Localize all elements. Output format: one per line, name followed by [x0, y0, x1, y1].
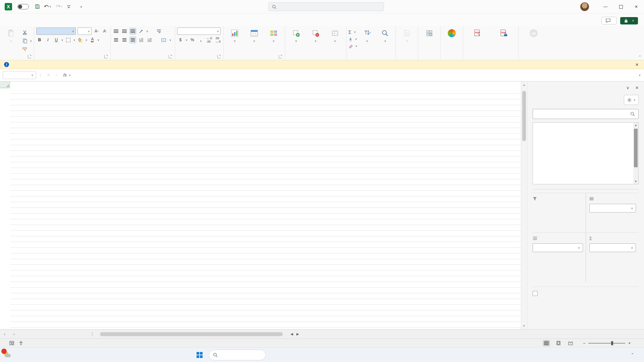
create-pdf-share-link-button[interactable]: PDF [465, 27, 490, 39]
sort-filter-button[interactable]: AZ ∨ [359, 27, 375, 43]
scroll-down-icon[interactable]: ▼ [521, 323, 527, 328]
decrease-decimal-icon[interactable]: .00→.0 [214, 37, 221, 43]
collapse-ribbon-icon[interactable]: ⌃ [639, 55, 641, 59]
borders-icon[interactable] [65, 37, 72, 43]
orientation-icon[interactable] [138, 28, 145, 35]
user-avatar[interactable] [580, 2, 589, 11]
rows-field-chip[interactable]: ∨ [533, 243, 583, 252]
grow-font-icon[interactable]: A^ [93, 28, 100, 35]
share-button[interactable]: ∨ [620, 17, 638, 24]
align-top-icon[interactable] [113, 28, 119, 35]
shrink-font-icon[interactable]: Aˇ [102, 28, 108, 35]
scroll-left-icon[interactable]: ◀ [290, 332, 293, 336]
italic-button[interactable]: I [45, 37, 51, 43]
redo-icon[interactable]: ∨ [54, 3, 64, 10]
delete-cells-button[interactable]: ∨ [307, 27, 325, 43]
align-center-icon[interactable] [121, 37, 128, 43]
format-painter-icon[interactable] [21, 46, 28, 53]
fields-search-input[interactable] [533, 109, 639, 119]
taskbar-search-input[interactable] [209, 350, 266, 360]
prev-sheet-icon[interactable]: ‹ [0, 329, 9, 339]
values-field-chip[interactable]: ∨ [589, 243, 636, 252]
scroll-down-icon[interactable]: ▼ [633, 179, 638, 184]
weather-widget[interactable] [3, 351, 14, 359]
font-size-combo[interactable]: ∨ [77, 27, 92, 35]
scroll-up-icon[interactable]: ▲ [633, 123, 638, 128]
page-layout-view-icon[interactable] [555, 340, 562, 346]
percent-style-icon[interactable]: % [189, 37, 196, 43]
comma-style-icon[interactable]: , [198, 37, 204, 43]
align-right-icon[interactable] [129, 37, 136, 43]
align-left-icon[interactable] [113, 37, 119, 43]
values-area[interactable]: Σ ∨ [586, 232, 639, 282]
insert-cells-button[interactable]: ∨ [287, 27, 305, 43]
format-as-table-button[interactable]: ∨ [245, 27, 263, 43]
sensitivity-button[interactable]: ∨ [398, 27, 416, 43]
comments-button[interactable] [601, 17, 617, 24]
conditional-formatting-button[interactable]: ∨ [226, 27, 244, 43]
horizontal-scrollbar[interactable] [99, 331, 286, 337]
find-select-button[interactable]: ∨ [377, 27, 393, 43]
bold-button[interactable]: B [36, 37, 43, 43]
accessibility-status[interactable] [19, 341, 25, 345]
macro-record-icon[interactable] [9, 341, 14, 345]
merge-center-button[interactable]: ∨ [160, 36, 173, 44]
zoom-slider[interactable] [588, 343, 625, 344]
alignment-launcher-icon[interactable] [169, 55, 172, 58]
new-sheet-button[interactable] [19, 329, 30, 339]
decrease-indent-icon[interactable] [138, 37, 145, 43]
undo-icon[interactable]: ∨ [43, 3, 53, 10]
align-middle-icon[interactable] [121, 28, 128, 35]
minimize-button[interactable]: — [598, 0, 613, 13]
save-icon[interactable] [34, 3, 41, 10]
number-launcher-icon[interactable] [217, 55, 221, 58]
filters-area[interactable] [533, 193, 586, 232]
spreadsheet-grid[interactable] [0, 81, 521, 329]
grid-canvas[interactable] [10, 88, 521, 327]
namebox-menu-icon[interactable]: ⋮ [38, 73, 43, 78]
vertical-scroll-thumb[interactable] [522, 91, 526, 141]
clipboard-launcher-icon[interactable] [28, 55, 31, 58]
font-color-icon[interactable]: A [89, 37, 96, 43]
fill-color-icon[interactable] [77, 37, 84, 43]
insert-function-icon[interactable]: fx [61, 73, 69, 77]
start-button[interactable] [194, 349, 205, 361]
zoom-out-icon[interactable]: − [583, 341, 585, 346]
tab-menu-icon[interactable]: ⋮ [87, 329, 97, 339]
zoom-in-icon[interactable]: + [628, 341, 631, 346]
number-format-combo[interactable]: ∨ [177, 27, 221, 35]
increase-indent-icon[interactable] [146, 37, 153, 43]
copy-icon[interactable] [21, 38, 28, 44]
defer-layout-checkbox[interactable] [533, 291, 538, 296]
field-list-scroll-thumb[interactable] [634, 129, 638, 167]
next-sheet-icon[interactable]: › [9, 329, 19, 339]
columns-area[interactable]: ∨ [586, 193, 639, 232]
align-bottom-icon[interactable] [129, 28, 136, 35]
clear-button[interactable]: ∨ [348, 43, 358, 49]
styles-launcher-icon[interactable] [279, 55, 282, 58]
panel-close-icon[interactable]: ✕ [635, 85, 639, 90]
columns-field-chip[interactable]: ∨ [589, 204, 636, 213]
underline-button[interactable]: U [53, 37, 60, 43]
zoom-slider-thumb[interactable] [611, 341, 613, 345]
excel-logo-icon[interactable]: X [5, 3, 12, 10]
formula-input[interactable] [72, 71, 639, 79]
horizontal-scroll-thumb[interactable] [100, 332, 283, 336]
expand-formula-bar-icon[interactable]: ∨ [639, 74, 641, 77]
page-break-view-icon[interactable] [567, 340, 574, 346]
vertical-scrollbar[interactable]: ▲ ▼ [521, 81, 527, 329]
font-name-combo[interactable]: ∨ [36, 27, 76, 35]
select-all-corner[interactable] [0, 81, 10, 88]
cell-styles-button[interactable]: ∨ [265, 27, 283, 43]
font-launcher-icon[interactable] [104, 55, 108, 58]
maximize-button[interactable] [613, 0, 629, 13]
search-input[interactable] [268, 2, 384, 11]
scroll-right-icon[interactable]: ▶ [297, 332, 299, 336]
field-list[interactable]: ▲ ▼ [533, 122, 639, 184]
increase-decimal-icon[interactable]: ←.0.00 [206, 37, 213, 43]
format-cells-button[interactable]: ∨ [326, 27, 344, 43]
warning-close-icon[interactable]: ✕ [630, 62, 644, 67]
name-box[interactable]: ∨ [3, 71, 36, 79]
customize-qat-icon[interactable] [65, 4, 72, 10]
accounting-format-icon[interactable]: $ [177, 37, 184, 43]
